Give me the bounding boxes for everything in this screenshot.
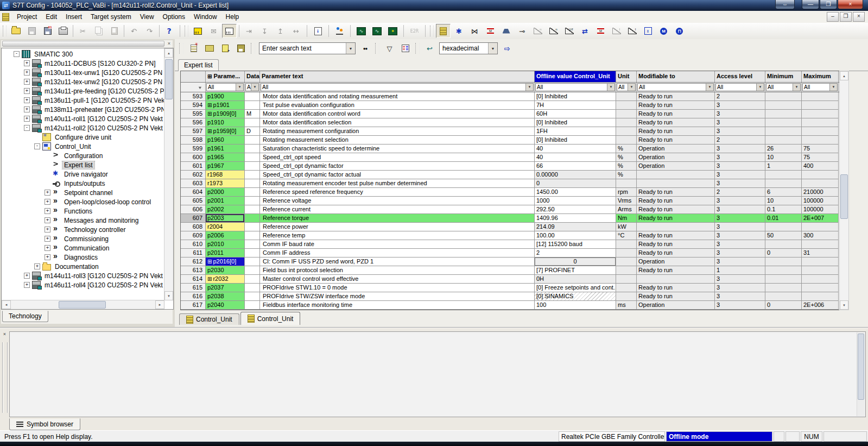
header-unit[interactable]: Unit [616, 71, 637, 82]
cell-row-number[interactable]: 617 [181, 301, 206, 310]
cell-parameter[interactable]: p2010 [206, 240, 245, 249]
tree-item[interactable]: Expert list [2, 160, 164, 169]
cut-button[interactable]: ✂ [75, 24, 90, 38]
motor-module-button[interactable]: M [656, 24, 671, 38]
cell-datatype[interactable] [245, 153, 260, 162]
cell-maximum[interactable]: 31 [802, 249, 839, 257]
cell-offline-value[interactable]: [0] SINAMICS [535, 292, 616, 301]
cell-modifiable[interactable]: Ready to run [637, 92, 715, 101]
tree-expander[interactable]: + [45, 254, 50, 260]
cell-unit[interactable] [616, 266, 637, 275]
cell-offline-value[interactable]: 40 [535, 145, 616, 153]
tab-control-unit-2[interactable]: Control_Unit [240, 312, 301, 325]
cell-access-level[interactable]: 2 [715, 136, 765, 145]
cell-parameter[interactable]: r1973 [206, 179, 245, 188]
cell-datatype[interactable] [245, 145, 260, 153]
current-curve-button[interactable]: I [609, 24, 624, 38]
scroll-up-icon[interactable]: ▲ [840, 71, 848, 80]
filter-maximum[interactable]: All▼ [802, 83, 839, 92]
cell-access-level[interactable]: 3 [715, 214, 765, 223]
cell-maximum[interactable]: 2E+006 [802, 301, 839, 310]
cell-unit[interactable] [616, 179, 637, 188]
cell-parameter-text[interactable]: Fieldbus interface monitoring time [260, 301, 535, 310]
filter-button[interactable]: ▽ [382, 41, 397, 55]
cell-row-number[interactable]: 602 [181, 171, 206, 179]
table-row[interactable]: 599 p1961 Saturation characteristic spee… [181, 145, 840, 153]
table-row[interactable]: 616 p2038 PROFIdrive STW/ZSW interface m… [181, 292, 840, 301]
cell-datatype[interactable] [245, 231, 260, 240]
cell-offline-value[interactable]: 1450.00 [535, 188, 616, 197]
table-row[interactable]: 613 p2030 Field bus int protocol selecti… [181, 266, 840, 275]
cell-minimum[interactable] [765, 110, 802, 118]
cell-row-number[interactable]: 609 [181, 231, 206, 240]
filter-access-level[interactable]: All▼ [715, 83, 765, 92]
table-row[interactable]: 598 p1960 Rotating measurement selection… [181, 136, 840, 145]
cell-access-level[interactable]: 3 [715, 197, 765, 205]
cell-access-level[interactable]: 3 [715, 249, 765, 257]
tree-expander[interactable]: - [24, 125, 30, 131]
cell-row-number[interactable]: 607 [181, 214, 206, 223]
search-input[interactable]: Enter search text ▼ [259, 42, 356, 54]
menu-item[interactable]: Options [159, 12, 189, 22]
cell-parameter-text[interactable]: Reference temp [260, 231, 535, 240]
cell-offline-value[interactable]: [12] 115200 baud [535, 240, 616, 249]
pulse-enable-button[interactable]: ⊓ [672, 24, 687, 38]
cell-parameter-text[interactable]: Comm IF address [260, 249, 535, 257]
copy-ram-rom-button[interactable]: ↔ [289, 24, 303, 38]
cell-maximum[interactable] [802, 266, 839, 275]
scroll-right-icon[interactable]: ► [155, 300, 164, 309]
cell-minimum[interactable] [765, 136, 802, 145]
scroll-thumb[interactable] [840, 174, 848, 219]
cell-minimum[interactable] [765, 240, 802, 249]
tree-expander[interactable]: + [24, 97, 30, 103]
cell-minimum[interactable] [765, 292, 802, 301]
table-row[interactable]: 594 ⊞p1901 Test pulse evaluation configu… [181, 101, 840, 110]
pane-grip[interactable]: × [1, 40, 173, 47]
cell-maximum[interactable]: 300 [802, 231, 839, 240]
cell-datatype[interactable] [245, 257, 260, 266]
tree-item[interactable]: + m140u11-roll1 [G120 CU250S-2 PN Vekt [2, 114, 164, 123]
cell-offline-value[interactable]: 1409.96 [535, 214, 616, 223]
tree-item[interactable]: Drive navigator [2, 169, 164, 179]
tree-item[interactable]: + Messages and monitoring [2, 216, 164, 225]
cell-modifiable[interactable]: Operation [637, 145, 715, 153]
cell-parameter[interactable]: p2011 [206, 249, 245, 257]
cell-row-number[interactable]: 596 [181, 118, 206, 127]
chevron-down-icon[interactable]: ▼ [706, 84, 713, 91]
tree-expander[interactable]: + [34, 263, 40, 269]
resize-button[interactable]: ⇔ [775, 0, 795, 9]
cell-parameter-text[interactable]: CI: Comm IF USS PZD send word, PZD 1 [260, 257, 535, 266]
symbol-browser-area[interactable] [9, 331, 866, 417]
filter-minimum[interactable]: All▼ [765, 83, 802, 92]
cell-parameter-text[interactable]: Motor data identification and rotating m… [260, 92, 535, 101]
cell-row-number[interactable]: 615 [181, 284, 206, 292]
cell-offline-value[interactable]: [0] Inhibited [535, 118, 616, 127]
cell-parameter-text[interactable]: Rotating measurement selection [260, 136, 535, 145]
cell-datatype[interactable] [245, 205, 260, 214]
cell-modifiable[interactable]: Operation [637, 257, 715, 266]
cell-unit[interactable] [616, 101, 637, 110]
cell-offline-value[interactable]: 7H [535, 101, 616, 110]
cell-maximum[interactable] [802, 110, 839, 118]
tree-expander[interactable]: + [24, 88, 30, 94]
monitor-button[interactable]: ⇥ [242, 24, 256, 38]
expand-icon[interactable]: ⊞ [207, 102, 212, 108]
cell-access-level[interactable]: 3 [715, 223, 765, 231]
cell-access-level[interactable]: 3 [715, 231, 765, 240]
table-row[interactable]: 605 p2001 Reference voltage 1000 Vrms Re… [181, 197, 840, 205]
chevron-down-icon[interactable]: ▼ [607, 84, 614, 91]
cell-modifiable[interactable] [637, 223, 715, 231]
chevron-down-icon[interactable]: ▼ [756, 84, 764, 91]
cell-maximum[interactable]: 100000 [802, 197, 839, 205]
tree-item[interactable]: + Open-loop/closed-loop control [2, 197, 164, 206]
cell-offline-value[interactable]: 100.00 [535, 231, 616, 240]
cell-offline-value[interactable]: [0] Inhibited [535, 92, 616, 101]
tree-item[interactable]: - SIMATIC 300 [2, 49, 164, 59]
cell-datatype[interactable] [245, 240, 260, 249]
tree-expander[interactable]: - [34, 143, 40, 149]
address-list-button[interactable] [311, 24, 325, 38]
cell-row-number[interactable]: 603 [181, 179, 206, 188]
tree-item[interactable]: + m132u11-tex-unw2 [G120 CU250S-2 PN [2, 77, 164, 86]
cell-parameter-text[interactable]: Speed_ctrl_opt dynamic factor [260, 162, 535, 171]
cell-datatype[interactable] [245, 188, 260, 197]
